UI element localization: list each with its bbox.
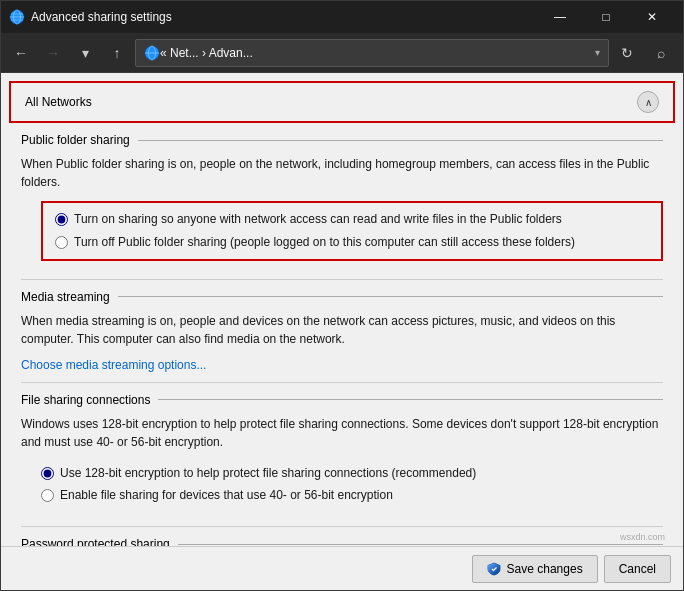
up-button[interactable]: ↑ xyxy=(103,39,131,67)
media-streaming-desc: When media streaming is on, people and d… xyxy=(21,312,663,348)
address-dropdown-icon[interactable]: ▾ xyxy=(595,47,600,58)
content-area: All Networks ∧ Public folder sharing Whe… xyxy=(1,73,683,546)
public-folder-option-1[interactable]: Turn on sharing so anyone with network a… xyxy=(55,211,649,228)
public-folder-radio-group: Turn on sharing so anyone with network a… xyxy=(41,201,663,261)
file-sharing-desc: Windows uses 128-bit encryption to help … xyxy=(21,415,663,451)
app-icon xyxy=(9,9,25,25)
file-sharing-radio-1[interactable] xyxy=(41,467,54,480)
window: Advanced sharing settings — □ ✕ ← → ▾ ↑ … xyxy=(0,0,684,591)
public-folder-desc: When Public folder sharing is on, people… xyxy=(21,155,663,191)
file-sharing-title: File sharing connections xyxy=(21,393,663,407)
public-folder-option-2[interactable]: Turn off Public folder sharing (people l… xyxy=(55,234,649,251)
public-folder-section: Public folder sharing When Public folder… xyxy=(1,123,683,279)
minimize-button[interactable]: — xyxy=(537,1,583,33)
public-folder-radio-1[interactable] xyxy=(55,213,68,226)
collapse-icon: ∧ xyxy=(645,97,652,108)
toolbar: ← → ▾ ↑ « Net... › Advan... ▾ ↻ ⌕ xyxy=(1,33,683,73)
globe-icon xyxy=(144,45,160,61)
public-folder-radio-2[interactable] xyxy=(55,236,68,249)
address-bar[interactable]: « Net... › Advan... ▾ xyxy=(135,39,609,67)
maximize-button[interactable]: □ xyxy=(583,1,629,33)
all-networks-header[interactable]: All Networks ∧ xyxy=(9,81,675,123)
window-title: Advanced sharing settings xyxy=(31,10,537,24)
cancel-button[interactable]: Cancel xyxy=(604,555,671,583)
file-sharing-option-2[interactable]: Enable file sharing for devices that use… xyxy=(41,487,663,504)
dropdown-button[interactable]: ▾ xyxy=(71,39,99,67)
password-sharing-title: Password protected sharing xyxy=(21,537,663,546)
file-sharing-option-1-label: Use 128-bit encryption to help protect f… xyxy=(60,465,476,482)
address-text: « Net... › Advan... xyxy=(160,46,595,60)
save-changes-label: Save changes xyxy=(507,562,583,576)
title-bar-controls: — □ ✕ xyxy=(537,1,675,33)
file-sharing-option-2-label: Enable file sharing for devices that use… xyxy=(60,487,393,504)
media-streaming-link[interactable]: Choose media streaming options... xyxy=(21,358,206,372)
forward-button[interactable]: → xyxy=(39,39,67,67)
password-sharing-section: Password protected sharing When password… xyxy=(1,527,683,546)
title-bar: Advanced sharing settings — □ ✕ xyxy=(1,1,683,33)
collapse-button[interactable]: ∧ xyxy=(637,91,659,113)
all-networks-label: All Networks xyxy=(25,95,92,109)
close-button[interactable]: ✕ xyxy=(629,1,675,33)
file-sharing-section: File sharing connections Windows uses 12… xyxy=(1,383,683,527)
media-streaming-section: Media streaming When media streaming is … xyxy=(1,280,683,382)
public-folder-title: Public folder sharing xyxy=(21,133,663,147)
bottom-bar: Save changes Cancel xyxy=(1,546,683,590)
search-button[interactable]: ⌕ xyxy=(645,39,677,67)
save-changes-button[interactable]: Save changes xyxy=(472,555,598,583)
back-button[interactable]: ← xyxy=(7,39,35,67)
refresh-button[interactable]: ↻ xyxy=(613,39,641,67)
public-folder-option-2-label: Turn off Public folder sharing (people l… xyxy=(74,234,575,251)
file-sharing-option-1[interactable]: Use 128-bit encryption to help protect f… xyxy=(41,465,663,482)
file-sharing-radio-group: Use 128-bit encryption to help protect f… xyxy=(21,461,663,509)
media-streaming-title: Media streaming xyxy=(21,290,663,304)
public-folder-option-1-label: Turn on sharing so anyone with network a… xyxy=(74,211,562,228)
file-sharing-radio-2[interactable] xyxy=(41,489,54,502)
shield-icon xyxy=(487,562,501,576)
